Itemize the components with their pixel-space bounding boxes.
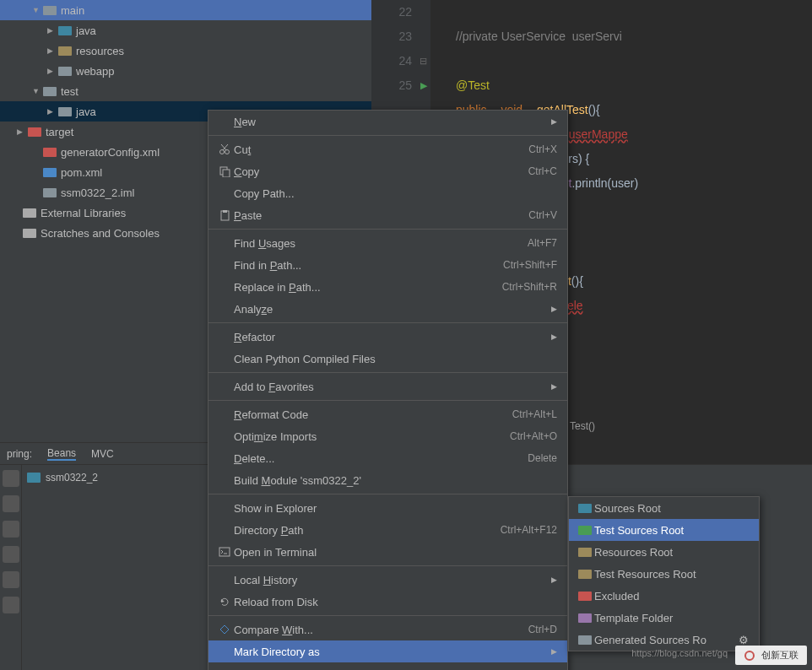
menu-shortcut: Ctrl+Alt+F12: [501, 524, 557, 536]
tree-item-resources[interactable]: ▶resources: [0, 41, 371, 61]
submenu-item-test-resources-root[interactable]: Test Resources Root: [569, 563, 759, 585]
tree-item-webapp[interactable]: ▶webapp: [0, 61, 371, 81]
tool-button[interactable]: [3, 521, 19, 538]
file-cfg-icon: [42, 145, 57, 159]
tree-item-java[interactable]: ▶java: [0, 20, 371, 41]
tool-button[interactable]: [3, 470, 19, 487]
menu-item-reformat-code[interactable]: Reformat CodeCtrl+Alt+L: [208, 403, 567, 425]
module-icon: [27, 472, 41, 484]
menu-item-add-to-favorites[interactable]: Add to Favorites▶: [208, 376, 567, 397]
submenu-item-test-sources-root[interactable]: Test Sources Root: [569, 519, 759, 541]
menu-item-analyze[interactable]: Analyze▶: [208, 298, 567, 320]
tree-label: pom.xml: [61, 166, 102, 179]
fold-icon[interactable]: ⊟: [420, 49, 427, 73]
menu-label: Compare With...: [234, 624, 528, 636]
tool-button[interactable]: [3, 597, 19, 613]
submenu-item-template-folder[interactable]: Template Folder: [569, 607, 759, 629]
submenu-arrow-icon: ▶: [551, 332, 557, 341]
menu-item-clean-python-compiled-files[interactable]: Clean Python Compiled Files: [208, 348, 567, 370]
svg-rect-22: [578, 548, 592, 557]
expand-arrow-icon[interactable]: ▶: [47, 46, 57, 55]
cut-icon: [215, 143, 234, 155]
breadcrumb[interactable]: Test(): [570, 420, 595, 432]
menu-shortcut: Ctrl+C: [528, 165, 557, 177]
tree-label: test: [61, 85, 78, 98]
file-iml-icon: [42, 186, 57, 199]
folder-icon: [57, 24, 73, 37]
menu-label: Show in Explorer: [234, 502, 557, 515]
svg-rect-4: [43, 87, 57, 96]
menu-item-open-in-terminal[interactable]: Open in Terminal: [208, 541, 567, 563]
svg-point-27: [745, 651, 754, 660]
run-icon[interactable]: ▶: [420, 73, 427, 98]
menu-item-refactor[interactable]: Refactor▶: [208, 326, 567, 348]
svg-rect-19: [219, 548, 230, 556]
svg-point-13: [220, 150, 225, 154]
watermark-icon: [744, 650, 759, 662]
menu-item-mark-directory-as[interactable]: Mark Directory as▶: [208, 640, 567, 662]
menu-shortcut: Ctrl+D: [528, 624, 557, 635]
menu-item-optimize-imports[interactable]: Optimize ImportsCtrl+Alt+O: [208, 425, 567, 447]
tool-label: pring:: [7, 448, 32, 460]
module-item[interactable]: ssm0322_2: [27, 472, 98, 484]
tool-button[interactable]: [3, 495, 19, 512]
expand-arrow-icon[interactable]: ▶: [47, 67, 57, 75]
menu-item-find-usages[interactable]: Find UsagesAlt+F7: [208, 232, 567, 254]
watermark-url: https://blog.csdn.net/gq: [631, 648, 728, 658]
tab-mvc[interactable]: MVC: [91, 448, 114, 460]
copy-icon: [215, 165, 234, 177]
folder-icon: [27, 125, 42, 138]
tool-button[interactable]: [3, 546, 19, 563]
svg-rect-16: [223, 170, 230, 177]
expand-arrow-icon[interactable]: ▼: [32, 87, 42, 95]
tree-item-test[interactable]: ▼test: [0, 81, 371, 101]
tree-label: webapp: [76, 65, 115, 78]
menu-shortcut: Ctrl+X: [528, 143, 557, 155]
menu-item-build-module--ssm0322-2-[interactable]: Build Module 'ssm0322_2': [208, 469, 567, 491]
menu-item-cut[interactable]: CutCtrl+X: [208, 138, 567, 160]
menu-item-delete---[interactable]: Delete...Delete: [208, 447, 567, 469]
menu-item-find-in-path---[interactable]: Find in Path...Ctrl+Shift+F: [208, 254, 567, 276]
tool-button[interactable]: [3, 571, 19, 588]
expand-arrow-icon[interactable]: ▶: [47, 26, 57, 35]
svg-rect-20: [578, 504, 592, 513]
menu-item-show-in-explorer[interactable]: Show in Explorer: [208, 497, 567, 519]
folder-icon: [42, 3, 57, 17]
tree-item-main[interactable]: ▼main: [0, 0, 371, 20]
svg-rect-24: [578, 592, 592, 601]
menu-item-copy[interactable]: CopyCtrl+C: [208, 160, 567, 182]
folder-icon: [57, 44, 73, 57]
expand-arrow-icon[interactable]: ▶: [47, 107, 57, 116]
menu-label: Cut: [234, 143, 528, 156]
menu-shortcut: Ctrl+Alt+O: [510, 430, 557, 442]
expand-arrow-icon[interactable]: ▼: [32, 6, 42, 14]
submenu-item-excluded[interactable]: Excluded: [569, 585, 759, 607]
menu-item-paste[interactable]: PasteCtrl+V: [208, 204, 567, 226]
gear-icon[interactable]: ⚙: [739, 634, 749, 646]
submenu-label: Test Resources Root: [594, 568, 696, 581]
menu-item-reload-from-disk[interactable]: Reload from Disk: [208, 591, 567, 613]
svg-rect-21: [578, 526, 592, 535]
submenu-label: Generated Sources Ro: [594, 634, 706, 646]
expand-arrow-icon[interactable]: ▶: [17, 127, 27, 136]
tree-label: External Libraries: [41, 207, 126, 219]
menu-item-compare-with---[interactable]: Compare With...Ctrl+D: [208, 619, 567, 640]
tab-beans[interactable]: Beans: [47, 447, 76, 461]
submenu-arrow-icon: ▶: [551, 117, 557, 126]
tree-label: java: [76, 105, 96, 118]
menu-shortcut: Ctrl+V: [528, 209, 557, 221]
svg-rect-9: [43, 188, 57, 197]
menu-item-local-history[interactable]: Local History▶: [208, 569, 567, 591]
menu-item-copy-path---[interactable]: Copy Path...: [208, 182, 567, 204]
tree-label: main: [61, 4, 84, 17]
submenu-item-resources-root[interactable]: Resources Root: [569, 541, 759, 563]
svg-rect-3: [58, 67, 72, 76]
menu-item-directory-path[interactable]: Directory PathCtrl+Alt+F12: [208, 519, 567, 541]
menu-item-new[interactable]: New▶: [208, 111, 567, 132]
svg-rect-18: [223, 210, 227, 213]
submenu-item-sources-root[interactable]: Sources Root: [569, 497, 759, 519]
svg-rect-12: [27, 473, 41, 483]
svg-rect-1: [58, 26, 72, 35]
menu-item-remove-bom[interactable]: Remove BOM: [208, 662, 567, 670]
menu-item-replace-in-path---[interactable]: Replace in Path...Ctrl+Shift+R: [208, 276, 567, 298]
